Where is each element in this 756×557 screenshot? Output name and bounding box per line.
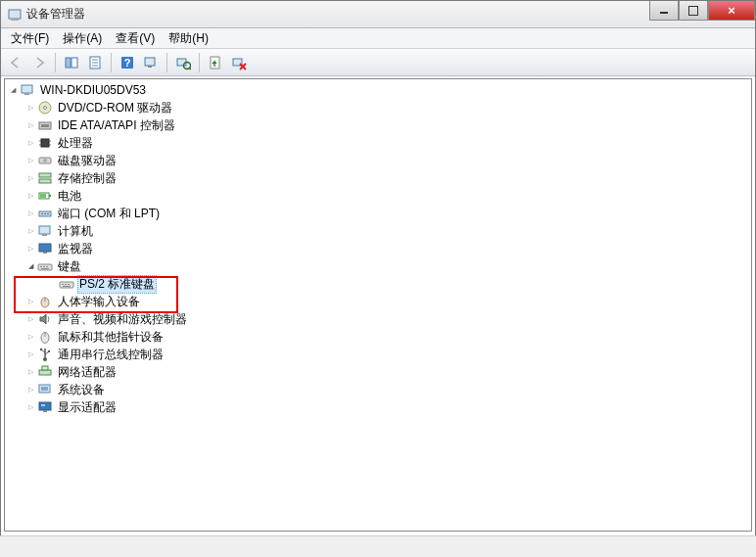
expander-icon[interactable]: ▷ [24, 190, 36, 202]
svg-rect-65 [39, 370, 51, 375]
computer-icon [20, 82, 35, 98]
tree-node-storage[interactable]: ▷ 存储控制器 [5, 169, 751, 187]
expander-icon[interactable]: ▷ [24, 137, 36, 149]
tree-node-label: 通用串行总线控制器 [56, 346, 165, 364]
expander-icon[interactable]: ▷ [24, 384, 36, 395]
expander-icon[interactable]: ▷ [24, 102, 36, 114]
tree-node-system[interactable]: ▷ 系统设备 [5, 381, 751, 398]
tree-node-port[interactable]: ▷ 端口 (COM 和 LPT) [5, 205, 751, 222]
svg-rect-46 [40, 266, 42, 267]
minimize-button[interactable] [649, 1, 679, 21]
svg-rect-24 [41, 124, 49, 127]
separator [111, 53, 112, 72]
tree-node-label: 存储控制器 [56, 169, 118, 188]
menu-help[interactable]: 帮助(H) [163, 28, 214, 49]
system-icon [37, 382, 53, 397]
tree-leaf-keyboard[interactable]: PS/2 标准键盘 [5, 275, 751, 293]
help-button[interactable]: ? [117, 52, 138, 73]
svg-point-40 [47, 213, 49, 215]
scan-hardware-button[interactable] [172, 52, 194, 73]
tree-node-sound[interactable]: ▷ 声音、视频和游戏控制器 [5, 310, 751, 328]
forward-button[interactable] [28, 52, 50, 73]
menu-bar: 文件(F) 操作(A) 查看(V) 帮助(H) [1, 28, 755, 49]
svg-point-22 [44, 107, 47, 110]
tree-node-keyboard[interactable]: ◢ 键盘 [5, 257, 751, 275]
status-bar [0, 535, 756, 557]
tree-node-label: 计算机 [56, 222, 95, 241]
usb-icon [37, 347, 53, 362]
svg-rect-49 [41, 268, 49, 269]
expander-icon[interactable]: ▷ [24, 401, 36, 413]
expander-icon[interactable]: ◢ [24, 260, 36, 272]
tree-node-mouse[interactable]: ▷ 鼠标和其他指针设备 [5, 328, 751, 346]
app-icon [7, 7, 23, 23]
expander-icon[interactable]: ◢ [7, 84, 19, 96]
uninstall-button[interactable] [228, 52, 250, 73]
tree-node-cpu[interactable]: ▷ 处理器 [5, 134, 751, 152]
tree-node-disc[interactable]: ▷ DVD/CD-ROM 驱动器 [5, 99, 751, 116]
tree-node-battery[interactable]: ▷ 电池 [5, 187, 751, 205]
svg-rect-36 [40, 194, 46, 198]
tree-node-hid[interactable]: ▷ 人体学输入设备 [5, 293, 751, 310]
svg-line-14 [189, 68, 191, 70]
tree-node-ide[interactable]: ▷ IDE ATA/ATAPI 控制器 [5, 116, 751, 134]
tree-root-label: WIN-DKDIU05DV53 [38, 82, 148, 98]
tree-node-label: 网络适配器 [56, 363, 118, 382]
tree-node-network[interactable]: ▷ 网络适配器 [5, 363, 751, 381]
tree-node-label: 声音、视频和游戏控制器 [56, 310, 189, 329]
keyboard-icon [59, 276, 74, 292]
show-hide-tree-button[interactable] [61, 52, 82, 73]
update-driver-button[interactable] [205, 52, 226, 73]
svg-rect-52 [65, 284, 67, 285]
menu-file[interactable]: 文件(F) [5, 28, 55, 49]
tree-node-label: 监视器 [56, 240, 95, 258]
svg-point-39 [44, 213, 46, 215]
back-button[interactable] [5, 52, 26, 73]
computer-icon [37, 223, 53, 239]
svg-point-38 [41, 213, 43, 215]
expander-icon[interactable]: ▷ [24, 243, 36, 255]
drive-icon [37, 153, 53, 168]
keyboard-icon [37, 258, 53, 274]
menu-action[interactable]: 操作(A) [57, 28, 108, 49]
tree-node-label: IDE ATA/ATAPI 控制器 [56, 116, 177, 135]
tree-node-monitor[interactable]: ▷ 监视器 [5, 240, 751, 257]
tree-node-usb[interactable]: ▷ 通用串行总线控制器 [5, 346, 751, 363]
tree-node-label: 系统设备 [56, 381, 107, 399]
expander-icon[interactable]: ▷ [24, 208, 36, 219]
monitor-icon [37, 241, 53, 256]
maximize-button[interactable] [679, 1, 708, 21]
expander-icon[interactable]: ▷ [24, 155, 36, 166]
close-button[interactable]: × [708, 1, 755, 21]
svg-rect-51 [62, 284, 64, 285]
tree-node-display[interactable]: ▷ 显示适配器 [5, 398, 751, 416]
svg-rect-54 [63, 286, 71, 287]
computer-scan-button[interactable] [140, 52, 162, 73]
window-title: 设备管理器 [26, 6, 85, 23]
tree-node-drive[interactable]: ▷ 磁盘驱动器 [5, 152, 751, 169]
expander-icon[interactable]: ▷ [24, 313, 36, 325]
expander-icon[interactable]: ▷ [24, 119, 36, 131]
separator [166, 53, 167, 72]
tree-root[interactable]: ◢ WIN-DKDIU05DV53 [5, 81, 751, 99]
tree-node-label: 键盘 [56, 257, 83, 276]
properties-button[interactable] [84, 52, 106, 73]
menu-view[interactable]: 查看(V) [110, 28, 161, 49]
expander-icon[interactable]: ▷ [24, 331, 36, 343]
device-tree[interactable]: ◢ WIN-DKDIU05DV53 ▷ DVD/CD-ROM 驱动器 ▷ IDE… [4, 78, 752, 532]
expander-icon[interactable]: ▷ [24, 296, 36, 307]
separator [55, 53, 56, 72]
expander-icon[interactable]: ▷ [24, 366, 36, 378]
tree-node-computer[interactable]: ▷ 计算机 [5, 222, 751, 240]
expander-icon[interactable]: ▷ [24, 348, 36, 360]
tree-line [48, 278, 58, 290]
svg-rect-43 [39, 244, 51, 252]
svg-rect-35 [49, 195, 51, 197]
svg-point-31 [43, 159, 47, 162]
svg-rect-2 [66, 58, 71, 68]
expander-icon[interactable]: ▷ [24, 172, 36, 184]
tree-node-label: 处理器 [56, 134, 95, 153]
expander-icon[interactable]: ▷ [24, 225, 36, 237]
ide-icon [37, 117, 53, 133]
cpu-icon [37, 135, 53, 151]
